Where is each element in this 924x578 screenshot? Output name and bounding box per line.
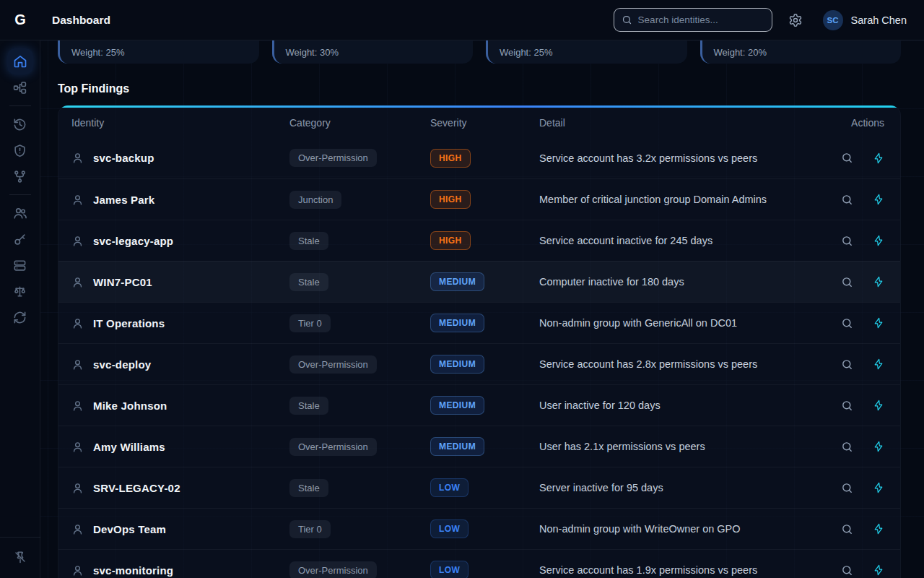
inspect-button[interactable] [841,482,853,494]
remediate-button[interactable] [873,276,884,288]
severity-cell: MEDIUM [430,437,539,456]
sidebar-item-sync[interactable] [7,304,33,330]
actions-cell [818,358,884,371]
inspect-button[interactable] [841,194,853,206]
findings-table: Identity Category Severity Detail Action… [58,105,901,578]
actions-cell [818,441,884,453]
table-row[interactable]: svc-monitoring Over-Permission LOW Servi… [58,549,900,578]
search-input[interactable] [638,14,764,25]
weight-label: Weight: 25% [500,47,552,58]
table-row[interactable]: DevOps Team Tier 0 LOW Non-admin group w… [58,508,900,549]
inspect-button[interactable] [841,564,853,577]
person-icon [71,482,84,494]
category-badge: Over-Permission [289,355,377,374]
table-row[interactable]: svc-legacy-app Stale HIGH Service accoun… [58,220,900,261]
identity-cell: IT Operations [71,317,289,329]
table-row[interactable]: James Park Junction HIGH Member of criti… [58,178,900,220]
weight-card[interactable]: Weight: 30% [272,40,474,64]
category-badge: Tier 0 [289,314,331,332]
main-content: Weight: 25% Weight: 30% Weight: 25% Weig… [40,40,924,578]
table-row[interactable]: Amy Williams Over-Permission MEDIUM User… [58,426,900,467]
category-cell: Junction [289,191,430,209]
severity-badge: MEDIUM [430,355,484,374]
magnifier-icon [841,400,853,412]
inspect-button[interactable] [841,400,853,412]
app-logo[interactable]: G [0,12,40,28]
table-row[interactable]: Mike Johnson Stale MEDIUM User inactive … [58,384,900,426]
lightning-bolt-icon [873,194,884,205]
magnifier-icon [841,194,853,206]
remediate-button[interactable] [873,482,884,493]
actions-cell [818,317,884,329]
table-row[interactable]: WIN7-PC01 Stale MEDIUM Computer inactive… [58,261,900,302]
settings-button[interactable] [785,10,806,30]
inspect-button[interactable] [841,152,853,164]
sidebar-item-scales[interactable] [7,278,33,304]
person-icon [71,152,84,164]
search-icon [622,14,632,25]
sidebar-item-home[interactable] [7,48,33,74]
sidebar-item-users[interactable] [7,200,33,226]
severity-badge: LOW [430,561,468,578]
person-icon [71,400,84,412]
sidebar-item-pin[interactable] [7,544,33,570]
sidebar-item-server[interactable] [7,252,33,278]
severity-cell: LOW [430,478,539,497]
table-row[interactable]: SRV-LEGACY-02 Stale LOW Server inactive … [58,467,900,508]
remediate-button[interactable] [873,152,884,164]
table-row[interactable]: svc-deploy Over-Permission MEDIUM Servic… [58,343,900,384]
person-icon [71,194,84,206]
detail-text: Non-admin group with GenericAll on DC01 [539,317,818,329]
table-row[interactable]: svc-backup Over-Permission HIGH Service … [58,137,900,178]
identity-name: James Park [93,194,154,206]
inspect-button[interactable] [841,235,853,247]
category-cell: Tier 0 [289,520,430,538]
key-icon [13,233,27,246]
remediate-button[interactable] [873,358,884,370]
sidebar-item-git-fork[interactable] [7,163,33,189]
sidebar-item-key[interactable] [7,226,33,252]
remediate-button[interactable] [873,235,884,246]
identity-name: svc-monitoring [93,564,173,577]
detail-text: Non-admin group with WriteOwner on GPO [539,523,818,535]
search-box[interactable] [614,8,772,32]
inspect-button[interactable] [841,317,853,329]
sidebar [0,40,40,578]
sidebar-item-network[interactable] [7,74,33,100]
actions-cell [818,523,884,535]
severity-cell: MEDIUM [430,396,539,415]
inspect-button[interactable] [841,276,853,288]
magnifier-icon [841,317,853,329]
remediate-button[interactable] [873,523,884,535]
sidebar-item-shield[interactable] [7,137,33,163]
category-cell: Tier 0 [289,314,430,332]
severity-badge: MEDIUM [430,314,484,332]
inspect-button[interactable] [841,441,853,453]
weight-card[interactable]: Weight: 25% [58,40,259,64]
inspect-button[interactable] [841,523,853,535]
severity-cell: LOW [430,561,539,578]
severity-badge: HIGH [430,231,471,250]
avatar[interactable]: SC [823,10,843,30]
person-icon [71,276,84,288]
category-cell: Stale [289,232,430,250]
weight-card[interactable]: Weight: 25% [486,40,687,64]
server-icon [13,259,27,272]
severity-cell: LOW [430,519,539,538]
inspect-button[interactable] [841,358,853,371]
remediate-button[interactable] [873,441,884,452]
sidebar-item-history[interactable] [7,111,33,137]
remediate-button[interactable] [873,564,884,576]
detail-text: Service account inactive for 245 days [539,235,818,246]
identity-cell: James Park [71,194,289,206]
severity-badge: MEDIUM [430,396,484,415]
column-header-severity: Severity [430,117,539,129]
table-row[interactable]: IT Operations Tier 0 MEDIUM Non-admin gr… [58,302,900,343]
remediate-button[interactable] [873,317,884,329]
remediate-button[interactable] [873,194,884,205]
remediate-button[interactable] [873,400,884,411]
identity-cell: Amy Williams [71,441,289,453]
home-icon [13,54,27,69]
weight-card[interactable]: Weight: 20% [700,40,902,64]
findings-rows: svc-backup Over-Permission HIGH Service … [58,137,900,578]
